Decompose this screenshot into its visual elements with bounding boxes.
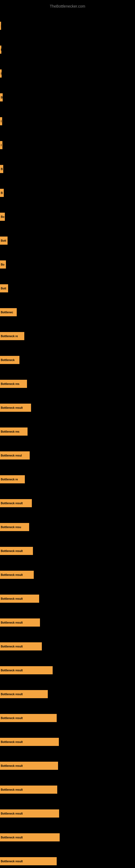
bar: Bottleneck result	[0, 666, 53, 674]
bar: Bottleneck result	[0, 642, 42, 650]
bar-label: Bottleneck result	[1, 741, 23, 744]
bar-label: Bottleneck resu	[1, 526, 21, 529]
bar: Bottleneck result	[0, 762, 58, 770]
bar: Bottleneck res	[0, 380, 27, 388]
bar-row: Bottleneck result	[0, 404, 135, 425]
bar-label: Bott	[1, 287, 6, 290]
bar-row: Bott	[0, 237, 135, 258]
bar: Bottleneck resu	[0, 523, 29, 531]
bar-label: Bottleneck result	[1, 693, 23, 696]
bar-label: Bottleneck res	[1, 382, 19, 385]
bar-row: Bottleneck resu	[0, 523, 135, 545]
bar: I	[0, 69, 2, 78]
bar-row: Bottleneck result	[0, 833, 135, 855]
bar-label: I	[1, 144, 2, 147]
bar-row: I	[0, 117, 135, 139]
bar-label: Bottleneck result	[1, 645, 23, 648]
bar-row: Bottleneck result	[0, 618, 135, 640]
bar-label: Bottleneck result	[1, 764, 23, 767]
bar: Bottleneck result	[0, 857, 57, 865]
bar-row: Bottleneck result	[0, 762, 135, 783]
bar: Bottleneck result	[0, 690, 48, 698]
bar-row: Bottleneck result	[0, 809, 135, 831]
bar: Bottleneck re	[0, 475, 25, 484]
bar-label: Bottleneck result	[1, 669, 23, 672]
bar: B	[0, 93, 3, 101]
bar: Bottleneck result	[0, 618, 40, 627]
bar-row: Bottleneck result	[0, 738, 135, 760]
bar: Bottleneck	[0, 356, 19, 364]
bar: Bo	[0, 260, 6, 269]
bar: Bottleneck result	[0, 809, 59, 817]
bar-label: B	[1, 96, 3, 99]
bar-label: Bottleneck result	[1, 812, 23, 815]
bar-label: Bottleneck result	[1, 621, 23, 624]
bar-label: B	[1, 191, 3, 194]
bar-row: Bottleneck result	[0, 857, 135, 868]
bar-label: Bott	[1, 239, 6, 242]
bar: I	[0, 117, 2, 125]
bar-label: B	[1, 167, 3, 170]
bar-label: Bottleneck result	[1, 717, 23, 720]
bar-label: Bottleneck re	[1, 335, 18, 338]
bar-label: Bo	[1, 215, 4, 218]
bar: Bottleneck result	[0, 404, 31, 412]
bar-label: Bo	[1, 263, 4, 266]
bar-row: Bottleneck result	[0, 499, 135, 521]
bar: Bottleneck result	[0, 833, 60, 841]
bar-row: Bo	[0, 260, 135, 282]
bar-row: I	[0, 45, 135, 67]
bar-row: Bottleneck res	[0, 428, 135, 449]
bar-label: I	[1, 120, 2, 123]
bar-label: Bottleneck result	[1, 860, 23, 863]
bar-row: Bottleneck result	[0, 642, 135, 664]
bar-row: Bottleneck result	[0, 666, 135, 688]
bar: Bottleneck result	[0, 571, 34, 579]
bar-label: I	[1, 72, 2, 75]
bar: Bottleneck result	[0, 499, 32, 507]
bar: I	[0, 141, 2, 149]
bar-label: Bottleneck result	[1, 597, 23, 600]
bar-row: Bottleneck res	[0, 380, 135, 401]
bar-label: Bottleneck re	[1, 478, 18, 481]
bar: Bottleneck result	[0, 595, 39, 603]
bar-label: Bottleneck result	[1, 406, 23, 409]
bar-label: Bottleneck result	[1, 574, 23, 577]
bar: |	[0, 22, 1, 30]
bar-row: Bottleneck result	[0, 547, 135, 568]
bar-label: Bottleneck result	[1, 550, 23, 553]
bar: Bottleneck result	[0, 785, 57, 794]
bar-row: Bottleneck re	[0, 332, 135, 354]
bar-label: Bottleneck result	[1, 788, 23, 791]
bar-row: Bottleneck result	[0, 595, 135, 616]
bar: Bottleneck res	[0, 428, 28, 436]
bar: Bottlenec	[0, 308, 17, 316]
bar-label: I	[1, 48, 1, 51]
bar-row: B	[0, 93, 135, 115]
bar-row: Bottleneck resul	[0, 452, 135, 473]
bar: I	[0, 45, 1, 54]
bar-row: Bottlenec	[0, 308, 135, 330]
bar-row: B	[0, 189, 135, 211]
bar: Bottleneck result	[0, 547, 33, 555]
bar: Bottleneck re	[0, 332, 24, 340]
bar-label: Bottleneck result	[1, 836, 23, 839]
bar-row: Bottleneck result	[0, 714, 135, 736]
bar: Bott	[0, 284, 8, 292]
bar-row: I	[0, 141, 135, 163]
bar-row: Bottleneck result	[0, 785, 135, 807]
bar-row: Bo	[0, 213, 135, 235]
bar: Bottleneck resul	[0, 452, 30, 460]
bar-label: Bottleneck result	[1, 502, 23, 505]
bar-row: |	[0, 22, 135, 43]
bar-label: Bottlenec	[1, 311, 13, 314]
bar-row: I	[0, 69, 135, 91]
bar-label: |	[1, 24, 1, 27]
bar-label: Bottleneck res	[1, 430, 19, 433]
bar-row: Bottleneck result	[0, 690, 135, 712]
bar-label: Bottleneck resul	[1, 454, 22, 457]
site-title: TheBottlenecker.com	[0, 1, 135, 10]
bar: Bott	[0, 237, 8, 245]
bar-row: Bottleneck result	[0, 571, 135, 592]
bar: B	[0, 189, 4, 197]
